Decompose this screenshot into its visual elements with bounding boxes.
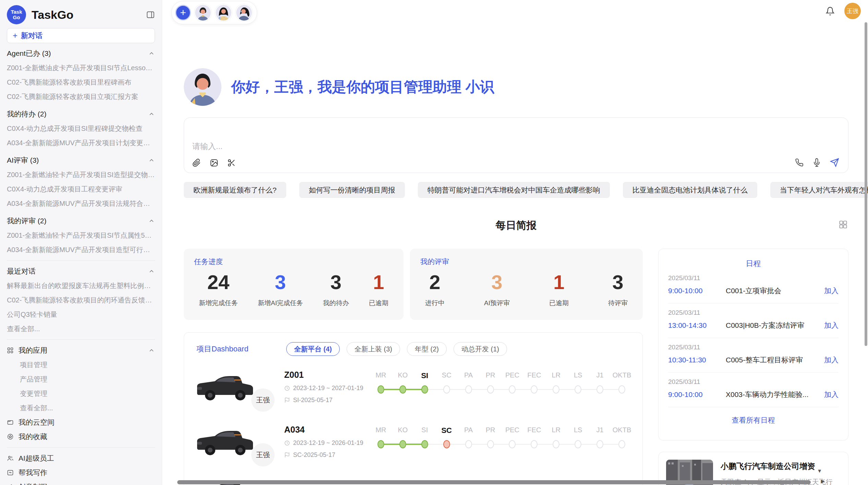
collapse-sidebar-icon[interactable] <box>146 10 155 19</box>
suggestion-chip[interactable]: 欧洲新规最近颁布了什么? <box>184 182 286 198</box>
milestone-dot <box>509 385 516 394</box>
input-right-icons <box>795 158 839 167</box>
sidebar-item-label: 创意制图 <box>19 482 47 485</box>
horizontal-scrollbar[interactable] <box>177 480 811 484</box>
chevron-up-icon[interactable] <box>148 217 155 224</box>
join-meeting-link[interactable]: 加入 <box>824 390 839 399</box>
sidebar-item-creative-draw[interactable]: 创意制图 <box>7 480 155 485</box>
milestone-dot <box>509 440 516 448</box>
milestone-dot <box>487 385 494 394</box>
section-agent-done[interactable]: Agent已办 (3) <box>7 46 155 61</box>
section-my-todo[interactable]: 我的待办 (2) <box>7 107 155 121</box>
app-item-change-mgmt[interactable]: 变更管理 <box>7 386 155 401</box>
join-meeting-link[interactable]: 加入 <box>824 355 839 365</box>
suggestion-chip[interactable]: 如何写一份清晰的项目周报 <box>299 182 405 198</box>
user-avatar[interactable]: 王强 <box>844 3 861 19</box>
list-item[interactable]: C0X4-动力总成开发项目SI里程碑提交物检查 <box>7 121 155 136</box>
section-my-review[interactable]: 我的评审 (2) <box>7 214 155 228</box>
layout-grid-icon[interactable] <box>839 220 848 229</box>
join-meeting-link[interactable]: 加入 <box>824 321 839 330</box>
attachment-icon[interactable] <box>192 159 201 167</box>
milestone-dot <box>531 385 538 394</box>
phone-call-icon[interactable] <box>795 158 804 167</box>
milestone-dot <box>553 385 559 394</box>
image-upload-icon[interactable] <box>210 159 218 167</box>
suggestion-chip[interactable]: 特朗普可能对进口汽车增税会对中国车企造成哪些影响 <box>418 182 610 198</box>
list-item[interactable]: Z001-全新燃油皮卡产品开发项目SI节点Lesson Learn报告 <box>7 61 155 75</box>
agent-avatar-1[interactable] <box>194 4 212 21</box>
pen-icon <box>7 484 14 485</box>
section-my-apps[interactable]: 我的应用 <box>7 343 155 358</box>
agent-avatar-2[interactable] <box>215 4 232 21</box>
stat-value: 3 <box>608 271 628 293</box>
sidebar-item-ai-employee[interactable]: AI超级员工 <box>7 451 155 465</box>
view-all-chats-link[interactable]: 查看全部... <box>7 322 155 336</box>
list-item[interactable]: C0X4-动力总成开发项目工程变更评审 <box>7 182 155 196</box>
list-item[interactable]: A034-全新新能源MUV产品开发项目造型可行性评审 <box>7 242 155 257</box>
milestone-label: KO <box>392 371 414 380</box>
chevron-up-icon[interactable] <box>148 157 155 164</box>
project-row-a034[interactable]: 王强 A034 2023-12-19 ~ 2026-01-19 <box>194 424 633 462</box>
milestone-dot <box>531 440 538 448</box>
my-review-card: 我的评审 2 进行中 3 AI预评审 <box>410 249 643 320</box>
view-all-schedule-link[interactable]: 查看所有日程 <box>668 415 839 425</box>
list-item[interactable]: A034-全新新能源MUV产品开发项目法规符合性评审 <box>7 196 155 211</box>
new-chat-button[interactable]: + 新对话 <box>7 28 155 43</box>
milestone-label: LS <box>567 426 589 435</box>
filter-chip-year[interactable]: 年型 (2) <box>407 342 447 356</box>
sidebar-item-cloud-space[interactable]: 我的云空间 <box>7 415 155 430</box>
app-item-product-mgmt[interactable]: 产品管理 <box>7 372 155 386</box>
app-item-project-mgmt[interactable]: 项目管理 <box>7 358 155 372</box>
vertical-scrollbar[interactable] <box>865 22 867 346</box>
project-dates: 2023-12-19 ~ 2027-01-19 <box>293 385 363 392</box>
left-column: 任务进度 24 新增完成任务 3 新增AI完成任务 <box>184 249 643 485</box>
recent-chat-item[interactable]: C02-飞腾新能源轻客改款项目的闭环通告反馈情况 <box>7 293 155 307</box>
chevron-up-icon[interactable] <box>148 268 155 275</box>
agent-avatar-3[interactable] <box>236 4 253 21</box>
milestone-label: PR <box>480 371 502 380</box>
stat-label: 进行中 <box>425 299 445 308</box>
sidebar-item-favorites[interactable]: 我的收藏 <box>7 430 155 444</box>
list-item[interactable]: C02-飞腾新能源轻客改款项目里程碑画布 <box>7 75 155 89</box>
suggestion-chip[interactable]: 当下年轻人对汽车外观有怎样的喜好趋势 <box>770 182 868 198</box>
schedule-time: 13:00-14:30 <box>668 321 726 329</box>
chevron-up-icon[interactable] <box>148 347 155 354</box>
sidebar-item-help-write[interactable]: 帮我写作 <box>7 465 155 480</box>
section-title: 我的评审 (2) <box>7 216 148 226</box>
milestone-label: SC <box>436 371 458 380</box>
agent-avatars-pill: + <box>171 1 257 24</box>
chat-input-card[interactable]: 请输入... <box>184 117 848 173</box>
sidebar-item-label: AI超级员工 <box>19 453 54 463</box>
chevron-up-icon[interactable] <box>148 111 155 117</box>
schedule-name: X003-车辆动力学性能验... <box>726 390 820 399</box>
microphone-icon[interactable] <box>812 158 821 167</box>
stat-value: 3 <box>484 271 510 293</box>
notification-bell-icon[interactable] <box>825 7 835 16</box>
add-agent-button[interactable]: + <box>175 5 191 21</box>
stat-value: 3 <box>323 271 349 293</box>
filter-chip-powertrain[interactable]: 动总开发 (1) <box>454 342 507 356</box>
divider <box>7 260 155 261</box>
filter-chip-platform[interactable]: 全新平台 (4) <box>286 342 340 356</box>
filter-chip-body[interactable]: 全新上装 (3) <box>347 342 400 356</box>
apps-grid-icon <box>7 347 14 354</box>
recent-chat-item[interactable]: 公司Q3轻卡销量 <box>7 307 155 322</box>
join-meeting-link[interactable]: 加入 <box>824 286 839 296</box>
suggestion-chip[interactable]: 比亚迪全固态电池计划具体说了什么 <box>623 182 757 198</box>
card-title: 我的评审 <box>420 257 632 266</box>
scroll-down-arrow[interactable]: ▼ <box>817 468 822 473</box>
chevron-up-icon[interactable] <box>148 50 155 57</box>
recent-chat-item[interactable]: 解释最新出台的欧盟报废车法规再生塑料比例被调至15%... <box>7 278 155 293</box>
section-recent-chats[interactable]: 最近对话 <box>7 264 155 278</box>
list-item[interactable]: A034-全新新能源MUV产品开发项目计划变更表编写 <box>7 136 155 150</box>
section-ai-review[interactable]: AI评审 (3) <box>7 153 155 167</box>
scroll-right-arrow[interactable]: ▶ <box>821 478 825 484</box>
view-all-apps-link[interactable]: 查看全部... <box>7 401 155 415</box>
list-item[interactable]: Z001-全新燃油轻卡产品开发项目SI节点属性5D文件评审 <box>7 228 155 242</box>
project-row-z001[interactable]: 王强 Z001 2023-12-19 ~ 2027-01-19 <box>194 369 633 407</box>
send-icon[interactable] <box>830 158 839 167</box>
list-item[interactable]: Z001-全新燃油轻卡产品开发项目SI造型提交物评审 <box>7 167 155 182</box>
list-item[interactable]: C02-飞腾新能源轻客改款项目立项汇报方案 <box>7 89 155 104</box>
scissors-icon[interactable] <box>227 159 236 167</box>
milestone-label: PA <box>458 371 480 380</box>
